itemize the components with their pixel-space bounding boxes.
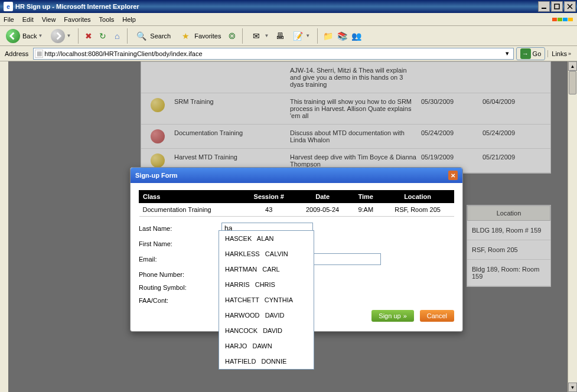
home-icon[interactable]: ⌂ [110,30,123,43]
menu-bar: File Edit View Favorites Tools Help [0,13,577,26]
back-button[interactable]: Back▼ [2,28,46,44]
cell-session: 43 [243,203,295,217]
mail-button[interactable]: ✉▼ [246,28,272,44]
mail-icon: ✉ [250,30,263,43]
col-date: Date [295,191,350,203]
col-class: Class [139,191,243,203]
go-label: Go [533,50,542,57]
window-titlebar: e HR Sign up - Microsoft Internet Explor… [0,0,577,13]
menu-help[interactable]: Help [122,16,136,23]
autocomplete-item[interactable]: HARKLESS CALVIN [219,246,314,262]
toolbar: Back▼ ▼ ✖ ↻ ⌂ 🔍Search ★Favorites ❂ ✉▼ 🖶 … [0,26,577,46]
label-lastname: Last Name: [139,225,221,232]
label-email: Email: [139,256,221,263]
close-button[interactable] [564,1,576,12]
menu-favorites[interactable]: Favorites [64,16,90,23]
address-dropdown-icon[interactable]: ▾ [503,50,512,57]
edit-button[interactable]: 📝▼ [288,28,314,44]
favorites-label: Favorites [194,32,221,40]
history-icon[interactable]: ❂ [226,30,239,43]
scroll-down-button[interactable]: ▼ [568,383,577,392]
label-routing: Routing Symbol: [139,284,221,291]
menu-view[interactable]: View [42,16,56,23]
autocomplete-item[interactable]: HASCEK ALAN [219,231,314,246]
folder-icon[interactable]: 📁 [321,30,334,43]
menu-file[interactable]: File [4,16,14,23]
address-bar: Address ▦ ▾ →Go Links» [0,46,577,61]
col-session: Session # [243,191,295,203]
search-button[interactable]: 🔍Search [131,28,174,44]
cancel-button[interactable]: Cancel [420,310,454,322]
page-icon: ▦ [35,50,43,58]
separator [242,28,243,44]
scroll-thumb[interactable] [569,71,576,94]
cell-time: 9:AM [350,203,382,217]
col-time: Time [350,191,382,203]
signup-button[interactable]: Sign up» [371,310,413,322]
session-row: Documentation Training 43 2009-05-24 9:A… [139,203,454,217]
label-faa: FAA/Cont: [139,297,221,304]
address-field-wrap[interactable]: ▦ ▾ [33,48,513,60]
ie-icon: e [4,2,13,11]
autocomplete-item[interactable]: HATFIELD DONNIE [219,354,314,369]
go-button[interactable]: →Go [516,47,546,60]
autocomplete-item[interactable]: HANCOCK DAVID [219,323,314,338]
menu-edit[interactable]: Edit [22,16,34,23]
autocomplete-item[interactable]: HARJO DAWN [219,338,314,354]
research-icon[interactable]: 📚 [335,30,348,43]
favorites-button[interactable]: ★Favorites [175,28,224,44]
autocomplete-item[interactable]: HARWOOD DAVID [219,308,314,323]
separator [78,28,79,44]
forward-button[interactable]: ▼ [47,28,74,44]
print-icon[interactable]: 🖶 [273,30,286,43]
stop-icon[interactable]: ✖ [82,30,95,43]
links-pane[interactable]: Links» [547,50,575,57]
links-label: Links [552,50,567,57]
address-input[interactable] [44,50,502,57]
separator [317,28,318,44]
messenger-icon[interactable]: 👥 [350,30,363,43]
cell-date: 2009-05-24 [295,203,350,217]
autocomplete-item[interactable]: HATCHETT CYNTHIA [219,292,314,308]
refresh-icon[interactable]: ↻ [96,30,109,43]
signup-label: Sign up [379,312,400,319]
minimize-button[interactable] [538,1,550,12]
separator [127,28,128,44]
star-icon: ★ [179,30,192,43]
menu-tools[interactable]: Tools [99,16,115,23]
label-phone: Phone Number: [139,271,221,278]
chevron-right-icon: » [403,312,407,319]
modal-titlebar: Sign-up Form ✕ [131,168,462,183]
search-label: Search [150,32,171,40]
autocomplete-item[interactable]: HARTMAN CARL [219,262,314,277]
modal-close-button[interactable]: ✕ [448,171,458,180]
autocomplete-item[interactable]: HARRIS CHRIS [219,277,314,292]
svg-rect-1 [555,4,559,9]
go-arrow-icon: → [520,48,531,59]
vertical-scrollbar[interactable]: ▲ ▼ [568,61,577,392]
session-table: Class Session # Date Time Location Docum… [139,190,454,217]
search-icon: 🔍 [135,30,148,43]
scroll-up-button[interactable]: ▲ [568,61,577,71]
window-title: HR Sign up - Microsoft Internet Explorer [15,3,538,10]
col-location: Location [382,191,454,203]
edit-icon: 📝 [291,30,304,43]
autocomplete-list: HASCEK ALANHARKLESS CALVINHARTMAN CARLHA… [219,230,314,370]
cell-class: Documentation Training [139,203,243,217]
windows-logo-icon [552,14,573,25]
modal-title-text: Sign-up Form [135,172,178,179]
maximize-button[interactable] [551,1,563,12]
address-label: Address [2,50,31,57]
label-firstname: First Name: [139,240,221,247]
back-label: Back [22,32,37,40]
cell-location: RSF, Room 205 [382,203,454,217]
